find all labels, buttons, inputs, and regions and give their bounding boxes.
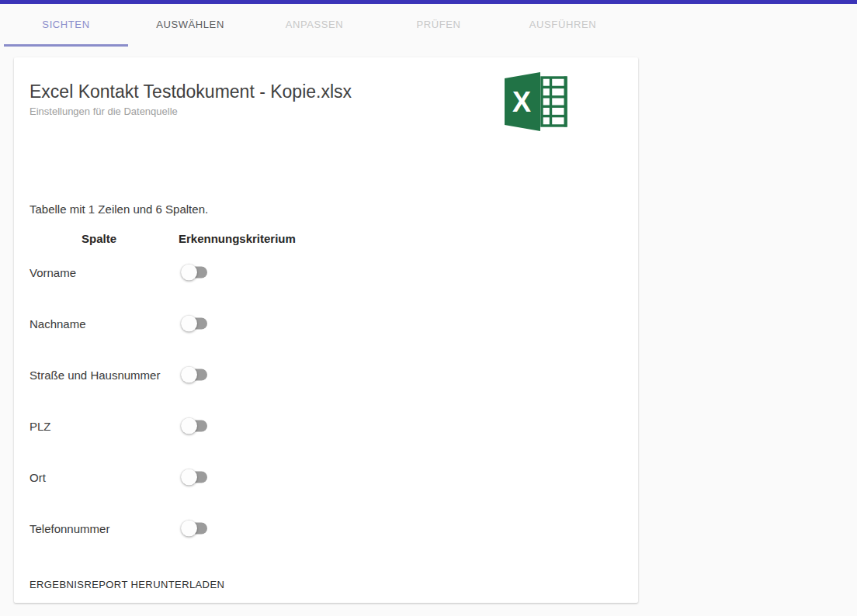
datasource-settings-card: Excel Kontakt Testdokument - Kopie.xlsx … <box>14 57 638 603</box>
toggle-thumb <box>181 521 197 537</box>
table-row: Nachname <box>29 298 623 349</box>
column-header-spalte: Spalte <box>82 232 116 245</box>
table-row: Telefonnummer <box>29 503 623 554</box>
row-label-vorname: Vorname <box>29 266 76 279</box>
table-row: Straße und Hausnummer <box>29 349 623 400</box>
toggle-thumb <box>181 367 197 383</box>
table-row: PLZ <box>29 400 623 452</box>
card-subtitle: Einstellungen für die Datenquelle <box>29 106 178 117</box>
download-result-report-button[interactable]: ERGEBNISREPORT HERUNTERLADEN <box>29 574 224 595</box>
row-label-telefonnummer: Telefonnummer <box>29 522 109 535</box>
row-label-ort: Ort <box>29 471 46 484</box>
wizard-steps-tabbar: SICHTEN AUSWÄHLEN ANPASSEN PRÜFEN AUSFÜH… <box>0 4 857 47</box>
svg-text:X: X <box>512 86 531 118</box>
toggle-thumb <box>181 265 197 281</box>
tab-anpassen[interactable]: ANPASSEN <box>252 4 376 47</box>
row-label-strasse: Straße und Hausnummer <box>29 369 160 382</box>
table-summary-text: Tabelle mit 1 Zeilen und 6 Spalten. <box>29 202 208 216</box>
excel-icon: X <box>505 72 573 131</box>
tab-auswaehlen[interactable]: AUSWÄHLEN <box>128 4 252 47</box>
toggle-nachname[interactable] <box>181 316 207 332</box>
document-title: Excel Kontakt Testdokument - Kopie.xlsx <box>29 81 352 102</box>
table-row: Vorname <box>29 247 623 298</box>
toggle-plz[interactable] <box>181 418 207 434</box>
tab-pruefen[interactable]: PRÜFEN <box>376 4 501 47</box>
tab-sichten[interactable]: SICHTEN <box>4 4 128 47</box>
toggle-thumb <box>181 418 197 434</box>
toggle-thumb <box>181 316 197 332</box>
toggle-telefonnummer[interactable] <box>181 521 207 537</box>
toggle-vorname[interactable] <box>181 265 207 281</box>
toggle-ort[interactable] <box>181 469 207 486</box>
table-row: Ort <box>29 452 623 503</box>
toggle-strasse[interactable] <box>181 367 207 383</box>
tab-ausfuehren[interactable]: AUSFÜHREN <box>501 4 625 47</box>
row-label-nachname: Nachname <box>29 317 86 330</box>
column-header-erkennungskriterium: Erkennungskriterium <box>179 232 296 245</box>
toggle-thumb <box>181 469 197 486</box>
column-mapping-table: Vorname Nachname Straße und Hausnummer P… <box>29 247 623 554</box>
row-label-plz: PLZ <box>29 420 51 433</box>
